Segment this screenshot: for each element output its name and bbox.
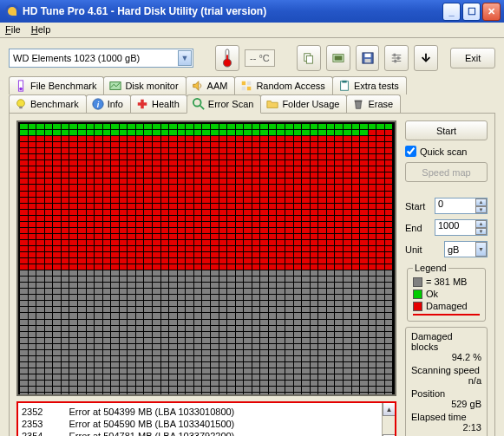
svg-rect-13 xyxy=(394,54,396,57)
file-benchmark-icon xyxy=(15,80,27,92)
tabs: File Benchmark Disk monitor AAM Random A… xyxy=(0,76,504,113)
legend-swatch-red xyxy=(413,302,422,311)
svg-rect-15 xyxy=(395,60,397,63)
menu-file[interactable]: File xyxy=(5,24,21,36)
log-scrollbar[interactable]: ▲ ▼ xyxy=(382,402,396,436)
error-log: 2352Error at 504399 MB (LBA 1033010800)2… xyxy=(16,401,396,436)
svg-rect-9 xyxy=(364,59,370,62)
spin-up-icon[interactable]: ▲ xyxy=(475,198,487,206)
toolbar: WD Elements 1023 (1000 gB) ▼ -- °C Exit xyxy=(0,38,504,76)
svg-rect-22 xyxy=(247,87,251,90)
exit-button-label: Exit xyxy=(465,53,481,63)
svg-point-25 xyxy=(17,100,25,107)
tab-random-access[interactable]: Random Access xyxy=(234,76,332,94)
folder-icon xyxy=(266,98,278,110)
save-button[interactable] xyxy=(356,45,380,71)
unit-select[interactable]: gB ▼ xyxy=(444,241,488,257)
end-label: End xyxy=(405,223,431,233)
quickscan-checkbox[interactable] xyxy=(405,146,416,157)
dropdown-arrow-icon: ▼ xyxy=(178,50,192,66)
arrow-down-icon xyxy=(420,52,432,64)
legend-underline xyxy=(413,314,480,316)
title-bar: HD Tune Pro 4.61 - Hard Disk Utility (tr… xyxy=(0,0,504,23)
legend-swatch-green xyxy=(413,290,422,299)
speaker-icon xyxy=(192,80,204,92)
log-row: 2352Error at 504399 MB (LBA 1033010800) xyxy=(22,406,391,418)
speedmap-button: Speed map xyxy=(405,162,488,182)
health-icon xyxy=(136,98,148,110)
tab-health[interactable]: Health xyxy=(130,94,187,113)
quickscan-label: Quick scan xyxy=(420,146,467,157)
drive-select-value: WD Elements 1023 (1000 gB) xyxy=(13,53,140,63)
tab-disk-monitor[interactable]: Disk monitor xyxy=(103,76,186,94)
screenshot-button[interactable] xyxy=(326,45,350,71)
close-button[interactable]: ✕ xyxy=(482,3,501,21)
minimize-button[interactable]: _ xyxy=(442,3,461,21)
magnifier-icon xyxy=(193,98,205,110)
svg-rect-24 xyxy=(342,81,346,83)
spin-down-icon[interactable]: ▼ xyxy=(475,206,487,214)
trash-icon xyxy=(352,98,364,110)
maximize-button[interactable]: ☐ xyxy=(462,3,481,21)
svg-rect-4 xyxy=(306,55,312,63)
log-row: 2354Error at 504781 MB (LBA 1033792200) xyxy=(22,430,391,436)
window-title: HD Tune Pro 4.61 - Hard Disk Utility (tr… xyxy=(23,5,442,17)
svg-point-17 xyxy=(19,88,23,91)
menu-help[interactable]: Help xyxy=(31,24,51,36)
tab-folder-usage[interactable]: Folder Usage xyxy=(260,94,347,113)
info-icon: i xyxy=(92,98,104,110)
clipboard-icon xyxy=(338,80,350,92)
start-button[interactable]: Start xyxy=(405,120,488,140)
exit-button[interactable]: Exit xyxy=(450,48,495,68)
spin-up-icon[interactable]: ▲ xyxy=(475,220,487,228)
tab-file-benchmark[interactable]: File Benchmark xyxy=(9,76,104,94)
stats-box: Damaged blocks94.2 % Scanning speedn/a P… xyxy=(405,327,488,436)
download-button[interactable] xyxy=(414,45,438,71)
svg-rect-30 xyxy=(138,102,147,106)
svg-rect-33 xyxy=(355,101,363,102)
tab-info[interactable]: i Info xyxy=(86,94,131,113)
tab-benchmark[interactable]: Benchmark xyxy=(9,94,87,113)
temperature-button[interactable] xyxy=(215,45,239,71)
bulb-icon xyxy=(15,98,27,110)
svg-line-32 xyxy=(200,106,204,109)
main-panel: 2352Error at 504399 MB (LBA 1033010800)2… xyxy=(9,113,495,436)
scroll-up-icon[interactable]: ▲ xyxy=(383,402,396,416)
svg-rect-8 xyxy=(364,54,370,57)
start-label: Start xyxy=(405,201,431,211)
tab-extra-tests[interactable]: Extra tests xyxy=(332,76,407,94)
legend-box: Legend = 381 MB Ok Damaged xyxy=(407,263,486,322)
scan-grid xyxy=(16,120,396,396)
tab-error-scan[interactable]: Error Scan xyxy=(187,94,262,114)
legend-swatch-gray xyxy=(413,277,422,287)
sliders-icon xyxy=(390,52,403,64)
temperature-display: -- °C xyxy=(245,49,275,67)
svg-rect-20 xyxy=(247,81,251,85)
svg-rect-21 xyxy=(242,87,245,90)
spin-down-icon[interactable]: ▼ xyxy=(475,228,487,236)
svg-rect-26 xyxy=(19,107,23,109)
svg-point-31 xyxy=(193,99,201,107)
svg-rect-6 xyxy=(334,55,342,60)
random-access-icon xyxy=(240,80,252,92)
app-icon xyxy=(5,4,19,18)
svg-rect-14 xyxy=(397,56,400,60)
start-input[interactable]: 0 ▲▼ xyxy=(435,198,488,214)
copy-button[interactable] xyxy=(297,45,321,71)
end-input[interactable]: 1000 ▲▼ xyxy=(435,219,488,236)
disk-monitor-icon xyxy=(109,80,121,92)
floppy-icon xyxy=(362,52,374,64)
svg-rect-19 xyxy=(242,81,245,85)
log-row: 2353Error at 504590 MB (LBA 1033401500) xyxy=(22,418,391,430)
options-button[interactable] xyxy=(384,45,409,71)
menu-bar: File Help xyxy=(0,23,504,38)
tab-erase[interactable]: Erase xyxy=(346,94,401,113)
tab-aam[interactable]: AAM xyxy=(186,76,236,94)
svg-rect-2 xyxy=(226,55,228,61)
unit-label: Unit xyxy=(405,244,431,255)
dropdown-arrow-icon: ▼ xyxy=(475,242,487,257)
drive-select[interactable]: WD Elements 1023 (1000 gB) ▼ xyxy=(9,49,193,68)
